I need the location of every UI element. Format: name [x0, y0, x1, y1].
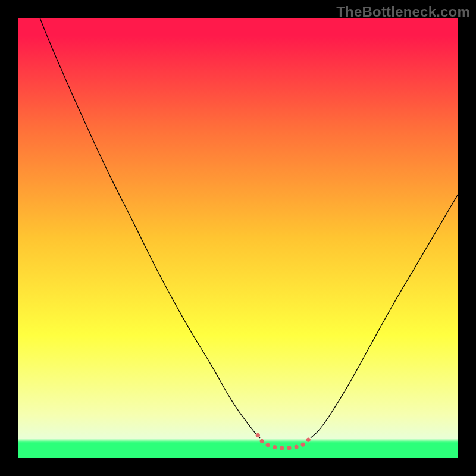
watermark-text: TheBottleneck.com	[336, 4, 470, 20]
bottleneck-curve-plot	[0, 0, 476, 476]
chart-frame: TheBottleneck.com	[0, 0, 476, 476]
gradient-background	[18, 18, 458, 458]
